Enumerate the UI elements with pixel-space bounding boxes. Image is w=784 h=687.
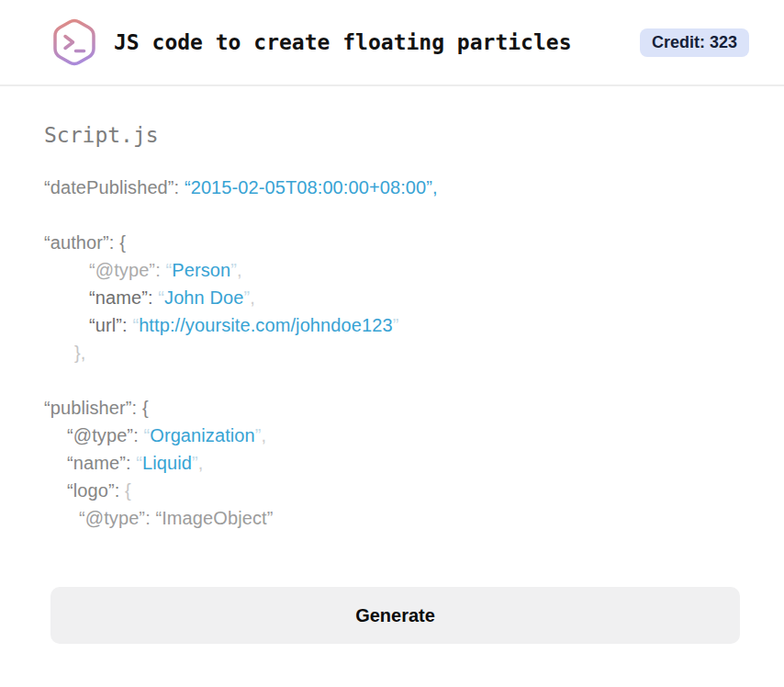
json-key: “name”: — [89, 287, 158, 308]
code-line: “name”: “Liquid”, — [44, 449, 740, 477]
json-value: Organization — [150, 425, 255, 445]
json-key: “author”: { — [44, 232, 126, 253]
json-punctuation: , — [262, 425, 267, 445]
json-value: “2015-02-05T08:00:00+08:00”, — [185, 177, 438, 197]
code-line: “@type”: “Organization”, — [44, 422, 740, 449]
json-punctuation: , — [250, 287, 255, 308]
json-quote: ” — [393, 315, 399, 335]
code-blank-line — [44, 366, 740, 394]
json-quote: ” — [230, 260, 237, 280]
code-line: “publisher”: { — [44, 394, 740, 422]
json-punctuation: , — [198, 453, 204, 473]
json-quote: ” — [192, 453, 198, 473]
json-key: “publisher”: { — [44, 398, 149, 418]
code-line: “author”: { — [44, 229, 740, 256]
app-header: JS code to create floating particles Cre… — [0, 0, 784, 86]
code-line: “url”: “http://yoursite.com/johndoe123” — [44, 311, 740, 339]
json-key: “url”: — [89, 315, 132, 335]
generate-button[interactable]: Generate — [50, 587, 740, 644]
json-key: “datePublished”: — [44, 177, 185, 197]
json-quote: ” — [255, 425, 262, 445]
json-value: John Doe — [164, 287, 243, 308]
code-blank-line — [44, 201, 740, 229]
code-line: “@type”: “ImageObject” — [44, 504, 740, 532]
json-key: “logo”: — [67, 480, 125, 501]
code-line: “datePublished”: “2015-02-05T08:00:00+08… — [44, 174, 740, 201]
json-opening-brace: { — [125, 480, 131, 501]
json-value: Person — [172, 260, 230, 280]
file-name-heading: Script.js — [44, 123, 740, 147]
json-closing-brace: }, — [74, 343, 85, 363]
code-line: “logo”: { — [44, 477, 740, 504]
content-area: Script.js “datePublished”: “2015-02-05T0… — [0, 123, 784, 644]
json-key: “@type”: — [89, 260, 165, 280]
code-line: }, — [44, 339, 740, 366]
json-key-value-pair: “@type”: “ImageObject” — [79, 508, 273, 528]
page-title: JS code to create floating particles — [114, 30, 572, 54]
json-value: Liquid — [142, 453, 192, 473]
json-value-url: http://yoursite.com/johndoe123 — [139, 315, 393, 335]
json-key: “@type”: — [67, 425, 143, 445]
terminal-hexagon-icon — [50, 17, 98, 68]
json-key: “name”: — [67, 453, 136, 473]
code-line: “name”: “John Doe”, — [44, 284, 740, 311]
credit-badge: Credit: 323 — [640, 28, 749, 57]
code-line: “@type”: “Person”, — [44, 256, 740, 284]
code-block: “datePublished”: “2015-02-05T08:00:00+08… — [44, 174, 740, 532]
json-punctuation: , — [237, 260, 242, 280]
